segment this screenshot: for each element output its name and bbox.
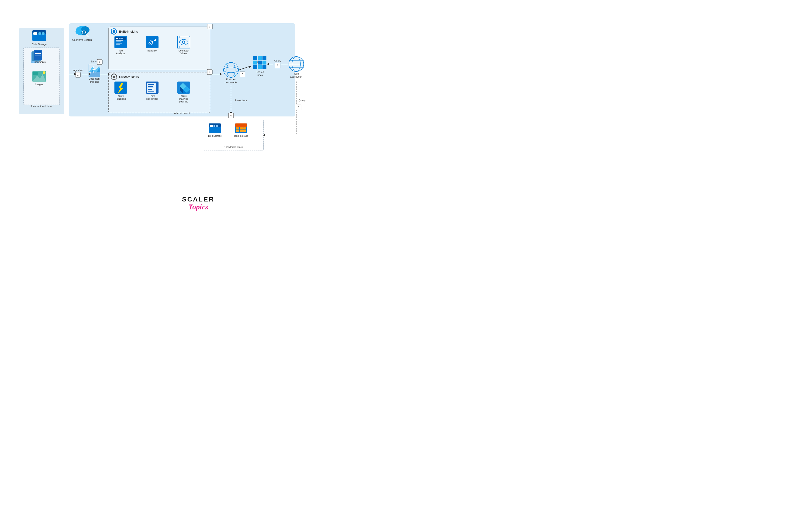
ai-enrichment-label: AI enrichment: [174, 112, 190, 115]
svg-rect-52: [116, 40, 123, 41]
scaler-logo: SCALER Topics: [182, 196, 215, 211]
step-2-badge: 2: [99, 61, 100, 63]
doc-cracking-label: Document: [88, 77, 100, 80]
cognitive-search-label: Cognitive Search: [72, 38, 92, 41]
svg-rect-131: [240, 130, 243, 132]
svg-rect-132: [243, 130, 246, 132]
unstructured-data-label: Unstructured data: [31, 105, 52, 108]
search-index-label: Search: [256, 71, 264, 73]
search-index-label2: index: [257, 74, 263, 76]
svg-rect-55: [116, 44, 120, 45]
scaler-text: SCALER: [182, 196, 215, 203]
knowledge-store-label: Knowledge store: [224, 146, 243, 148]
svg-point-20: [75, 29, 82, 35]
svg-rect-127: [236, 128, 239, 130]
svg-rect-126: [235, 124, 247, 127]
svg-rect-98: [253, 56, 257, 60]
svg-rect-81: [148, 91, 154, 92]
step-6-badge: 6: [230, 114, 232, 117]
diagram-container: Blob Storage Documents Images Unstructur…: [5, 9, 392, 191]
svg-rect-100: [262, 56, 266, 60]
svg-point-16: [43, 71, 45, 74]
svg-rect-4: [38, 32, 41, 35]
svg-rect-41: [111, 31, 112, 32]
step-7-badge: 7: [277, 64, 278, 67]
svg-point-38: [113, 30, 115, 33]
step-5-badge: 5: [242, 73, 243, 76]
svg-point-68: [113, 76, 115, 78]
svg-rect-123: [214, 125, 215, 127]
text-analytics-label: Text: [118, 50, 123, 52]
web-app-label2: application: [290, 75, 302, 78]
computer-vision-label2: Vision: [180, 52, 187, 55]
enriched-docs-label2: documents: [225, 81, 237, 84]
ks-table-label: Table Storage: [234, 135, 248, 137]
translator-label: Translator: [147, 50, 157, 52]
text-analytics-label2: Analytics: [116, 52, 125, 55]
svg-point-88: [230, 62, 232, 63]
enriched-docs-label: Enriched: [226, 78, 236, 81]
documents-label: Documents: [33, 60, 46, 63]
svg-point-90: [223, 69, 224, 71]
svg-rect-49: [116, 38, 118, 39]
svg-point-92: [226, 63, 227, 65]
images-label: Images: [35, 83, 43, 86]
svg-rect-106: [262, 65, 266, 69]
query-label-2: Query: [299, 99, 306, 102]
svg-rect-72: [116, 76, 117, 77]
svg-point-64: [183, 41, 184, 43]
query-label-1: Query: [274, 59, 281, 62]
web-app-label: Web: [293, 72, 299, 75]
svg-rect-80: [148, 89, 152, 90]
svg-point-91: [238, 69, 239, 71]
computer-vision-label: Computer: [179, 50, 189, 52]
svg-rect-103: [262, 60, 266, 64]
svg-rect-69: [113, 73, 114, 75]
svg-rect-51: [121, 38, 123, 39]
svg-rect-9: [34, 50, 42, 60]
svg-rect-40: [113, 34, 114, 35]
svg-rect-70: [113, 79, 114, 80]
blob-storage-label: Blob Storage: [32, 43, 47, 46]
svg-rect-42: [116, 31, 117, 32]
built-in-skills-title: Built-in skills: [119, 30, 138, 33]
svg-rect-77: [148, 84, 154, 85]
svg-rect-50: [119, 38, 121, 39]
svg-rect-3: [33, 32, 37, 35]
svg-rect-39: [113, 28, 114, 30]
svg-rect-104: [253, 65, 257, 69]
svg-rect-128: [240, 128, 243, 130]
azure-ml-label: Azure: [180, 95, 187, 97]
form-recognizer-label: Form: [149, 95, 155, 97]
svg-rect-54: [116, 43, 122, 43]
azure-ml-label3: Learning: [179, 100, 188, 103]
projections-label: Projections: [235, 99, 247, 102]
azure-ml-label2: Machine: [179, 98, 188, 100]
svg-rect-105: [258, 65, 262, 69]
svg-rect-102: [258, 60, 262, 64]
svg-rect-99: [258, 56, 262, 60]
azure-functions-label2: Functions: [116, 98, 126, 100]
svg-point-93: [235, 75, 236, 76]
svg-rect-122: [210, 125, 213, 127]
svg-rect-5: [42, 32, 44, 35]
svg-text:あ: あ: [148, 39, 154, 45]
step-3-badge: 3: [209, 25, 210, 28]
svg-rect-130: [236, 130, 239, 132]
custom-skills-title: Custom skills: [119, 75, 139, 79]
svg-rect-14: [33, 72, 38, 75]
svg-rect-124: [216, 125, 218, 127]
topics-text: Topics: [188, 203, 208, 211]
form-recognizer-label2: Recognizer: [146, 98, 158, 100]
step-1-badge: 1: [77, 74, 78, 76]
enrich-label: Enrich: [91, 60, 98, 63]
ks-blob-label: Blob Storage: [208, 135, 222, 137]
step-8-badge: 8: [298, 106, 299, 109]
svg-rect-53: [116, 41, 121, 42]
svg-rect-71: [111, 76, 112, 77]
svg-rect-79: [148, 88, 154, 88]
doc-cracking-label2: cracking: [90, 80, 99, 83]
svg-rect-78: [148, 86, 153, 87]
azure-functions-label: Azure: [117, 95, 124, 97]
svg-rect-101: [253, 60, 257, 64]
